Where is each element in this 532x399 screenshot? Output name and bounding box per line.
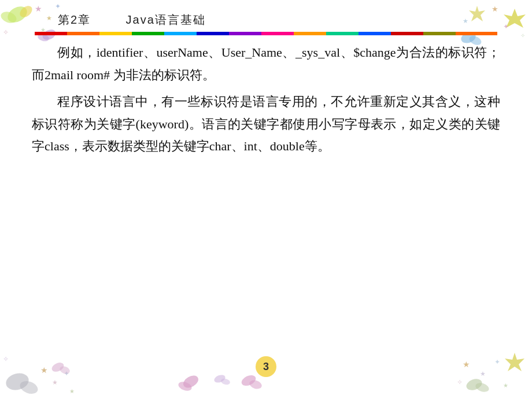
svg-point-27 bbox=[181, 373, 200, 390]
svg-text:✧: ✧ bbox=[3, 355, 9, 363]
chapter-header: 第2章 Java语言基础 bbox=[58, 12, 206, 28]
deco-bottom-right: ★ ★ ✦ ✧ ★ bbox=[451, 341, 532, 399]
svg-point-31 bbox=[213, 374, 227, 384]
svg-text:★: ★ bbox=[480, 370, 486, 377]
header: 第2章 Java语言基础 bbox=[0, 6, 532, 34]
svg-point-28 bbox=[177, 380, 193, 392]
svg-text:★: ★ bbox=[503, 382, 508, 389]
svg-point-32 bbox=[220, 378, 231, 386]
svg-marker-33 bbox=[505, 353, 524, 371]
rainbow-divider bbox=[35, 32, 497, 35]
svg-text:★: ★ bbox=[52, 379, 58, 386]
page: ★ ★ ✦ ✧ ★ ★ ★ ✦ ✧ 第2章 Java语言基础 例如，identi… bbox=[0, 0, 532, 399]
svg-point-18 bbox=[4, 371, 31, 392]
svg-point-19 bbox=[19, 379, 40, 396]
page-number: 3 bbox=[256, 356, 276, 377]
svg-point-39 bbox=[465, 377, 483, 392]
svg-point-26 bbox=[58, 365, 71, 375]
svg-text:✦: ✦ bbox=[494, 358, 500, 366]
svg-text:★: ★ bbox=[463, 360, 470, 369]
svg-text:✦: ✦ bbox=[64, 370, 69, 378]
deco-bottom-left: ★ ★ ✦ ✧ ★ bbox=[0, 341, 81, 399]
svg-text:★: ★ bbox=[40, 366, 48, 375]
svg-point-25 bbox=[50, 361, 65, 374]
svg-point-30 bbox=[248, 379, 263, 390]
svg-text:★: ★ bbox=[69, 388, 75, 394]
svg-point-40 bbox=[474, 382, 490, 394]
paragraph-2: 程序设计语言中，有一些标识符是语言专用的，不允许重新定义其含义，这种标识符称为关… bbox=[32, 91, 500, 158]
paragraph-1: 例如，identifier、userName、User_Name、_sys_va… bbox=[32, 42, 500, 86]
main-content: 例如，identifier、userName、User_Name、_sys_va… bbox=[32, 42, 500, 162]
svg-point-29 bbox=[240, 373, 257, 387]
svg-text:✧: ✧ bbox=[457, 378, 463, 386]
